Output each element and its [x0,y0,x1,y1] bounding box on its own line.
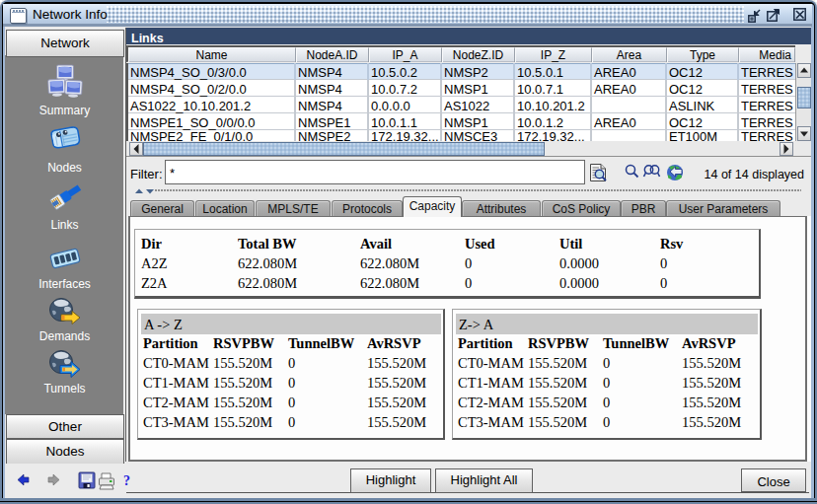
svg-text:?: ? [123,473,130,488]
